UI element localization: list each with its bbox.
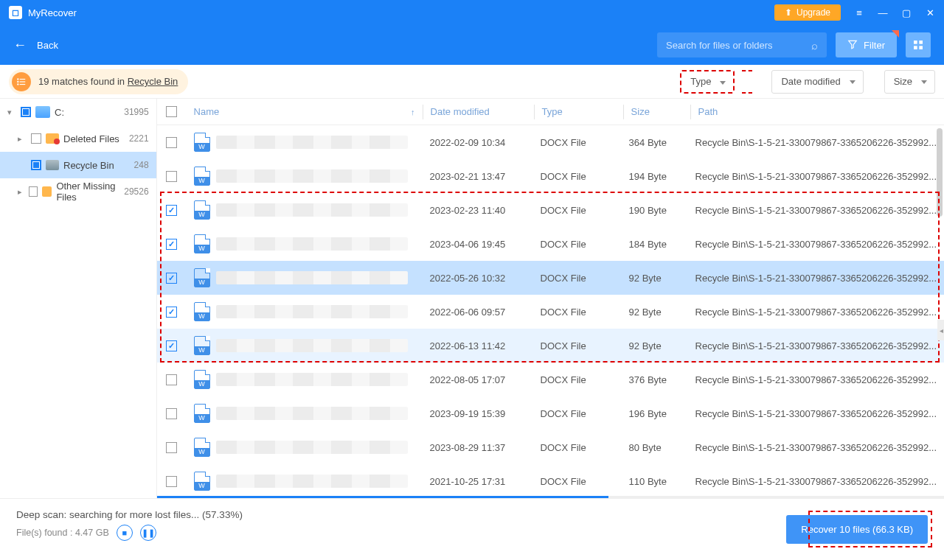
cell-date: 2023-09-19 15:39 bbox=[423, 408, 533, 419]
filter-icon bbox=[847, 39, 858, 52]
tree-count: 29526 bbox=[124, 186, 148, 197]
cell-path: Recycle Bin\S-1-5-21-330079867-336520622… bbox=[688, 340, 944, 351]
table-row[interactable]: W2021-10-25 17:31DOCX File110 ByteRecycl… bbox=[157, 464, 944, 496]
table-row[interactable]: W2023-02-21 13:47DOCX File194 ByteRecycl… bbox=[157, 159, 944, 193]
svg-rect-3 bbox=[914, 46, 917, 49]
title-bar: ◻ MyRecover ⬆ Upgrade ≡ — ▢ ✕ bbox=[0, 0, 944, 25]
expand-icon[interactable]: ▸ bbox=[18, 134, 27, 144]
file-name-redacted bbox=[216, 203, 408, 217]
results-bar: 19 matches found in Recycle Bin Type Dat… bbox=[0, 65, 944, 99]
svg-marker-0 bbox=[849, 41, 857, 49]
table-row[interactable]: W2023-04-06 19:45DOCX File184 ByteRecycl… bbox=[157, 227, 944, 261]
minimize-icon[interactable]: — bbox=[878, 7, 888, 18]
docx-file-icon: W bbox=[194, 200, 210, 220]
cell-path: Recycle Bin\S-1-5-21-330079867-336520622… bbox=[688, 239, 944, 250]
stop-button[interactable]: ■ bbox=[117, 525, 133, 541]
svg-rect-2 bbox=[919, 41, 923, 44]
row-checkbox[interactable] bbox=[166, 307, 177, 318]
table-row[interactable]: W2022-08-05 17:07DOCX File376 ByteRecycl… bbox=[157, 363, 944, 396]
close-icon[interactable]: ✕ bbox=[925, 7, 935, 18]
pause-button[interactable]: ❚❚ bbox=[140, 525, 156, 541]
sort-asc-icon: ↑ bbox=[411, 108, 415, 116]
tree-checkbox[interactable] bbox=[29, 186, 37, 197]
tree-item-recycle-bin[interactable]: Recycle Bin 248 bbox=[0, 152, 156, 178]
cell-path: Recycle Bin\S-1-5-21-330079867-336520622… bbox=[688, 442, 944, 453]
row-checkbox[interactable] bbox=[166, 239, 177, 250]
cell-path: Recycle Bin\S-1-5-21-330079867-336520622… bbox=[688, 171, 944, 182]
tree-root-c[interactable]: ▾ C: 31995 bbox=[0, 99, 156, 125]
date-dropdown[interactable]: Date modified bbox=[771, 70, 863, 94]
tree-count: 31995 bbox=[124, 107, 148, 117]
col-type[interactable]: Type bbox=[535, 106, 623, 117]
table-row[interactable]: W2022-06-13 11:42DOCX File92 ByteRecycle… bbox=[157, 329, 944, 363]
cell-type: DOCX File bbox=[533, 340, 622, 351]
col-name[interactable]: Name↑ bbox=[187, 106, 423, 117]
cell-size: 194 Byte bbox=[622, 171, 688, 182]
row-checkbox[interactable] bbox=[166, 205, 177, 216]
search-icon[interactable]: ⌕ bbox=[811, 39, 818, 52]
row-checkbox[interactable] bbox=[166, 273, 177, 284]
cell-type: DOCX File bbox=[533, 137, 622, 148]
file-name-redacted bbox=[216, 136, 408, 149]
table-row[interactable]: W2023-08-29 11:37DOCX File80 ByteRecycle… bbox=[157, 430, 944, 464]
cell-size: 184 Byte bbox=[622, 239, 688, 250]
back-button[interactable]: ← Back bbox=[13, 38, 58, 53]
table-row[interactable]: W2023-02-23 11:40DOCX File190 ByteRecycl… bbox=[157, 193, 944, 227]
file-header: Name↑ Date modified Type Size Path bbox=[157, 99, 944, 125]
docx-file-icon: W bbox=[194, 404, 210, 423]
grid-view-button[interactable] bbox=[906, 32, 931, 57]
table-row[interactable]: W2023-09-19 15:39DOCX File196 ByteRecycl… bbox=[157, 396, 944, 430]
app-title: MyRecover bbox=[28, 7, 77, 18]
cell-path: Recycle Bin\S-1-5-21-330079867-336520622… bbox=[688, 408, 944, 419]
table-row[interactable]: W2022-05-26 10:32DOCX File92 ByteRecycle… bbox=[157, 261, 944, 295]
table-row[interactable]: W2022-06-06 09:57DOCX File92 ByteRecycle… bbox=[157, 295, 944, 329]
cell-date: 2022-05-26 10:32 bbox=[423, 273, 533, 284]
row-checkbox[interactable] bbox=[166, 408, 177, 419]
docx-file-icon: W bbox=[194, 167, 210, 186]
row-checkbox[interactable] bbox=[166, 476, 177, 487]
tree-item-deleted-files[interactable]: ▸ Deleted Files 2221 bbox=[0, 125, 156, 152]
row-checkbox[interactable] bbox=[166, 171, 177, 182]
type-dropdown[interactable]: Type bbox=[680, 70, 735, 94]
recover-button[interactable]: Recover 10 files (66.3 KB) bbox=[786, 515, 928, 544]
search-box[interactable]: ⌕ bbox=[657, 32, 827, 57]
cell-date: 2022-08-05 17:07 bbox=[423, 374, 533, 385]
menu-icon[interactable]: ≡ bbox=[854, 7, 864, 18]
folder-icon bbox=[46, 133, 59, 144]
maximize-icon[interactable]: ▢ bbox=[901, 7, 912, 18]
cell-type: DOCX File bbox=[533, 374, 622, 385]
expand-icon[interactable]: ▸ bbox=[18, 187, 24, 197]
select-all-checkbox[interactable] bbox=[166, 106, 177, 117]
cell-type: DOCX File bbox=[533, 171, 622, 182]
tree-checkbox[interactable] bbox=[31, 133, 41, 144]
folder-icon bbox=[42, 186, 52, 197]
tree-label: Deleted Files bbox=[63, 133, 119, 144]
cell-path: Recycle Bin\S-1-5-21-330079867-336520622… bbox=[688, 476, 944, 487]
toolbar: ← Back ⌕ Filter bbox=[0, 25, 944, 65]
tree-item-other-missing[interactable]: ▸ Other Missing Files 29526 bbox=[0, 178, 156, 205]
search-input[interactable] bbox=[666, 40, 811, 51]
row-checkbox[interactable] bbox=[166, 340, 177, 351]
file-name-redacted bbox=[216, 339, 408, 352]
cell-date: 2021-10-25 17:31 bbox=[423, 476, 533, 487]
collapse-icon[interactable]: ▾ bbox=[7, 108, 16, 117]
size-dropdown[interactable]: Size bbox=[884, 70, 935, 94]
col-date[interactable]: Date modified bbox=[423, 106, 534, 117]
row-checkbox[interactable] bbox=[166, 374, 177, 385]
table-row[interactable]: W2022-02-09 10:34DOCX File364 ByteRecycl… bbox=[157, 125, 944, 159]
scrollbar[interactable] bbox=[937, 128, 943, 217]
col-path[interactable]: Path bbox=[691, 106, 944, 117]
row-checkbox[interactable] bbox=[166, 442, 177, 453]
app-logo-icon: ◻ bbox=[9, 6, 22, 19]
filter-button[interactable]: Filter bbox=[836, 32, 897, 57]
sidebar: ▾ C: 31995 ▸ Deleted Files 2221 Recycle … bbox=[0, 99, 157, 498]
tree-checkbox[interactable] bbox=[31, 160, 41, 170]
upload-icon: ⬆ bbox=[785, 7, 792, 18]
upgrade-button[interactable]: ⬆ Upgrade bbox=[774, 4, 841, 21]
row-checkbox[interactable] bbox=[166, 137, 177, 148]
docx-file-icon: W bbox=[194, 336, 210, 355]
docx-file-icon: W bbox=[194, 302, 210, 321]
col-size[interactable]: Size bbox=[624, 106, 690, 117]
tree-checkbox[interactable] bbox=[21, 107, 31, 117]
panel-collapse-icon[interactable]: ◂ bbox=[937, 320, 944, 340]
